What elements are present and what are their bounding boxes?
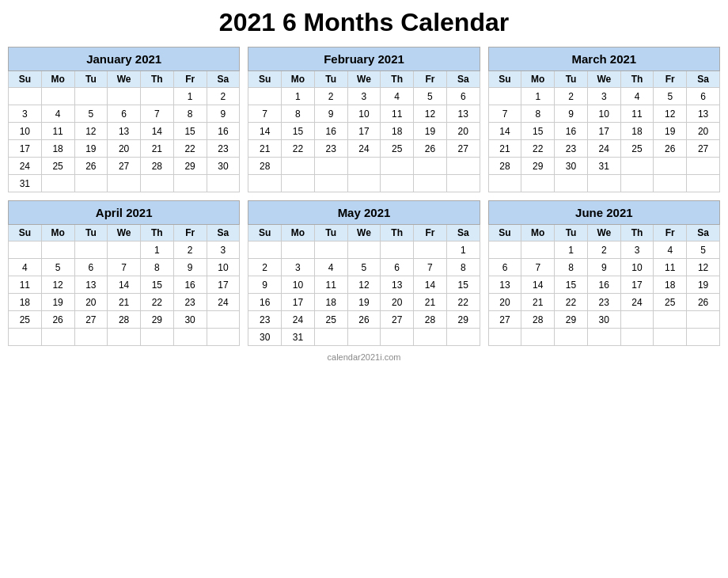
calendar-day-cell	[41, 241, 74, 259]
calendar-day-cell: 15	[141, 276, 174, 294]
calendar-day-cell: 26	[347, 311, 381, 329]
calendar-week-row: 2345678	[248, 259, 480, 276]
calendar-day-cell: 22	[521, 140, 555, 158]
calendar-day-cell: 26	[414, 140, 447, 158]
calendar-day-cell	[207, 311, 240, 329]
calendar-day-cell: 21	[414, 294, 447, 311]
calendar-week-row: 27282930	[488, 311, 719, 329]
calendar-day-cell: 17	[207, 276, 240, 294]
calendar-day-cell	[620, 311, 654, 329]
calendar-day-cell: 30	[248, 329, 282, 346]
calendar-day-cell: 2	[173, 241, 207, 259]
calendar-day-cell: 1	[173, 88, 207, 105]
calendar-week-row: 14151617181920	[248, 123, 480, 140]
calendar-day-cell	[521, 175, 555, 192]
calendar-day-cell: 10	[347, 105, 381, 123]
calendar-day-cell: 13	[488, 276, 521, 294]
calendar-day-cell: 24	[587, 140, 620, 158]
calendar-day-cell	[414, 329, 447, 346]
calendar-day-cell: 12	[687, 259, 720, 276]
calendar-day-cell: 12	[654, 105, 687, 123]
calendar-day-cell	[41, 175, 74, 192]
calendar-day-cell: 9	[555, 105, 588, 123]
calendar-day-cell: 9	[587, 259, 620, 276]
calendar-day-cell: 13	[687, 105, 720, 123]
calendar-day-cell: 27	[488, 311, 521, 329]
calendar-day-cell: 10	[620, 259, 654, 276]
day-header-th: Th	[620, 225, 654, 241]
calendar-day-cell: 8	[521, 105, 555, 123]
calendar-day-cell: 14	[108, 276, 141, 294]
day-header-su: Su	[9, 225, 42, 241]
calendar-week-row: 21222324252627	[488, 140, 719, 158]
calendar-day-cell	[314, 175, 347, 192]
calendar-day-cell	[555, 175, 588, 192]
calendar-day-cell: 19	[654, 123, 687, 140]
calendar-day-cell: 11	[620, 105, 654, 123]
day-header-tu: Tu	[314, 225, 347, 241]
calendar-day-cell	[248, 175, 282, 192]
month-header: January 2021	[9, 48, 240, 71]
calendar-day-cell: 23	[314, 140, 347, 158]
calendar-day-cell: 16	[173, 276, 207, 294]
calendar-day-cell	[687, 175, 720, 192]
calendar-day-cell: 28	[521, 311, 555, 329]
calendar-day-cell	[414, 241, 447, 259]
calendar-day-cell: 31	[9, 175, 42, 192]
calendar-day-cell: 6	[446, 88, 480, 105]
calendar-day-cell: 16	[587, 276, 620, 294]
calendar-day-cell	[587, 175, 620, 192]
calendar-day-cell	[314, 329, 347, 346]
calendar-day-cell: 19	[347, 294, 381, 311]
calendar-day-cell: 27	[446, 140, 480, 158]
calendar-day-cell: 27	[108, 158, 141, 175]
calendar-day-cell: 22	[446, 294, 480, 311]
calendar-day-cell: 25	[620, 140, 654, 158]
calendar-day-cell: 17	[9, 140, 42, 158]
calendar-day-cell: 15	[282, 123, 315, 140]
calendar-week-row: 18192021222324	[9, 294, 240, 311]
calendar-day-cell: 11	[654, 259, 687, 276]
calendar-day-cell: 20	[108, 140, 141, 158]
calendar-day-cell: 5	[687, 241, 720, 259]
calendar-day-cell: 7	[141, 105, 174, 123]
calendar-day-cell: 19	[41, 294, 74, 311]
day-header-fr: Fr	[173, 71, 207, 88]
calendar-day-cell: 8	[555, 259, 588, 276]
calendar-day-cell: 18	[9, 294, 42, 311]
day-header-th: Th	[620, 71, 654, 88]
calendar-february-2021: February 2021SuMoTuWeThFrSa1234567891011…	[248, 47, 480, 192]
day-header-sa: Sa	[687, 71, 720, 88]
calendar-week-row: 123	[9, 241, 240, 259]
calendar-day-cell: 26	[654, 140, 687, 158]
calendar-day-cell	[587, 329, 620, 346]
calendar-day-cell: 21	[248, 140, 282, 158]
calendar-day-cell: 2	[555, 88, 588, 105]
calendar-day-cell: 6	[488, 259, 521, 276]
calendar-week-row: 78910111213	[248, 105, 480, 123]
calendar-day-cell	[108, 175, 141, 192]
calendar-day-cell	[488, 88, 521, 105]
calendar-day-cell: 29	[173, 158, 207, 175]
calendar-day-cell: 20	[381, 294, 414, 311]
calendar-day-cell: 13	[108, 123, 141, 140]
day-header-th: Th	[141, 225, 174, 241]
calendar-day-cell	[687, 311, 720, 329]
month-header: April 2021	[9, 201, 240, 225]
calendar-day-cell: 27	[74, 311, 108, 329]
calendar-day-cell	[620, 175, 654, 192]
calendar-day-cell: 2	[207, 88, 240, 105]
calendar-day-cell	[521, 241, 555, 259]
calendar-day-cell: 7	[488, 105, 521, 123]
day-header-sa: Sa	[207, 225, 240, 241]
calendar-day-cell: 11	[9, 276, 42, 294]
calendar-day-cell: 8	[173, 105, 207, 123]
calendar-day-cell: 16	[555, 123, 588, 140]
calendar-day-cell: 10	[9, 123, 42, 140]
calendar-day-cell: 26	[41, 311, 74, 329]
calendar-day-cell: 29	[141, 311, 174, 329]
calendar-day-cell	[108, 88, 141, 105]
day-header-th: Th	[381, 225, 414, 241]
calendar-day-cell: 19	[74, 140, 108, 158]
calendar-day-cell: 25	[314, 311, 347, 329]
